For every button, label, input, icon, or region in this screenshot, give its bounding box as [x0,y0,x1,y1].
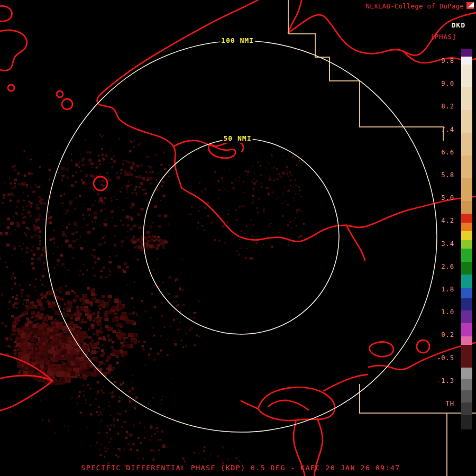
colorbar-segment [461,201,472,214]
political-boundaries [288,0,476,476]
colorbar-segment [461,178,472,201]
water-boundaries [0,0,476,476]
colorbar-segment [461,231,472,240]
product-caption: SPECIFIC DIFFERENTIAL PHASE (KDP) 0.5 DE… [81,464,400,472]
colorbar-segment [461,87,472,110]
radar-map: 100 NMI50 NMI [0,0,476,476]
colorbar-segment [461,345,472,368]
product-units: [PHAS] [431,33,456,41]
colorbar-segment [461,65,472,87]
nexlab-logo-icon [466,2,474,10]
colorbar-segment [461,390,472,402]
range-ring-label: 50 NMI [224,134,252,142]
colorbar-segment [461,298,472,310]
colorbar-segment [461,57,472,64]
colorbar-segment [461,336,472,345]
colorbar-segment [461,310,472,324]
colorbar-segment [461,249,472,262]
colorbar-segment [461,402,472,416]
colorbar-segment [461,379,472,391]
colorbar-segment [461,274,472,288]
colorbar-segment [461,133,472,155]
colorbar-segment [461,214,472,222]
range-ring-label: 100 NMI [221,36,254,44]
colorbar-segment [461,288,472,298]
brand-title: NEXLAB-College of DuPage [366,3,464,10]
colorbar-segment [461,262,472,275]
colorbar-segment [461,155,472,178]
radar-echoes [0,134,309,471]
colorbar-segment [461,49,472,57]
colorbar-segment [461,368,472,378]
product-code: DKD [452,21,465,29]
range-ring [143,139,339,334]
colorbar-segment [461,240,472,249]
colorbar-segment [461,323,472,336]
colorbar [461,49,472,429]
colorbar-segment [461,110,472,133]
colorbar-segment [461,223,472,231]
radar-product-image: 100 NMI50 NMI NEXLAB-College of DuPage D… [0,0,476,476]
colorbar-segment [461,415,472,429]
